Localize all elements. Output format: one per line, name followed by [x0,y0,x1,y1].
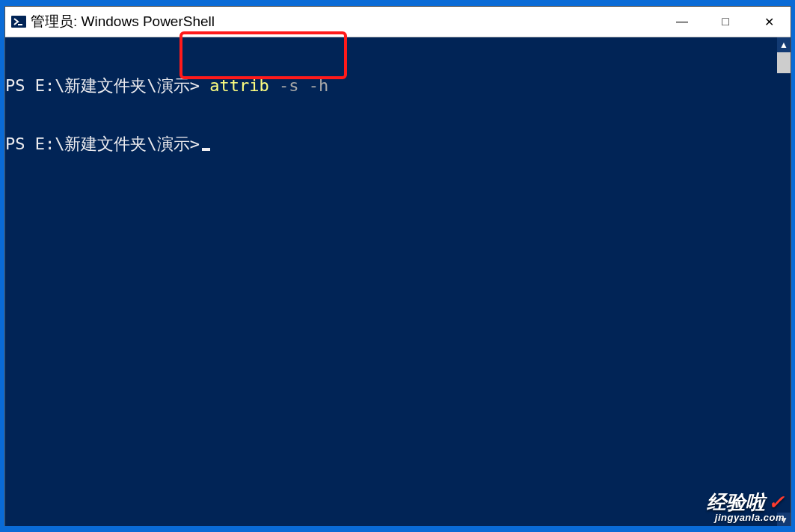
powershell-window: 管理员: Windows PowerShell — □ ✕ PS E:\新建文件… [4,6,791,528]
scrollbar-thumb[interactable] [777,52,791,73]
scrollbar-track[interactable] [777,52,791,513]
command-args: -s -h [279,76,328,95]
desktop-background: 管理员: Windows PowerShell — □ ✕ PS E:\新建文件… [0,0,795,532]
vertical-scrollbar[interactable]: ▲ ▼ [777,37,791,528]
cursor [202,148,210,151]
scroll-down-button[interactable]: ▼ [777,513,791,528]
minimize-button[interactable]: — [660,7,704,37]
titlebar[interactable]: 管理员: Windows PowerShell — □ ✕ [5,7,791,37]
command-text: attrib [209,76,268,95]
window-title: 管理员: Windows PowerShell [31,12,215,31]
scroll-up-button[interactable]: ▲ [777,37,791,52]
close-button[interactable]: ✕ [747,7,791,37]
terminal-line: PS E:\新建文件夹\演示> attrib -s -h [5,76,777,96]
terminal-line: PS E:\新建文件夹\演示> [5,134,777,154]
prompt: PS E:\新建文件夹\演示> [5,134,200,153]
powershell-icon [11,14,26,29]
terminal[interactable]: PS E:\新建文件夹\演示> attrib -s -h PS E:\新建文件夹… [5,37,777,528]
maximize-button[interactable]: □ [704,7,747,37]
client-area: PS E:\新建文件夹\演示> attrib -s -h PS E:\新建文件夹… [5,37,791,528]
prompt: PS E:\新建文件夹\演示> [5,76,200,95]
